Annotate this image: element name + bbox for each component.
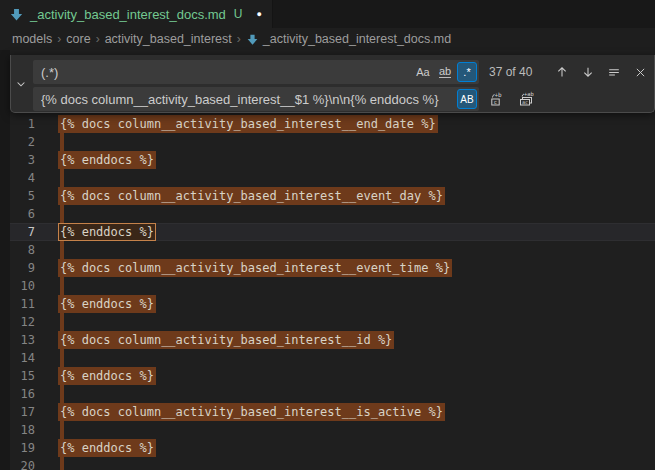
replace-input[interactable]: {% docs column__activity_based_interest_… [33, 87, 479, 111]
code-line-content[interactable] [60, 133, 64, 151]
line-number: 1 [10, 115, 35, 133]
modified-dot-icon[interactable]: ● [257, 10, 262, 19]
code-line-content[interactable]: {% docs column__activity_based_interest_… [60, 115, 436, 133]
code-line-3[interactable]: 3{% enddocs %} [10, 151, 655, 169]
tab-bar: _activity_based_interest_docs.md U ● [0, 0, 655, 28]
code-line-content[interactable]: {% enddocs %} [60, 367, 154, 385]
chevron-right-icon: › [236, 32, 242, 46]
code-line-18[interactable]: 18 [10, 421, 655, 439]
preserve-case-icon[interactable]: AB [457, 89, 477, 109]
chevron-down-icon [15, 78, 27, 90]
code-line-15[interactable]: 15{% enddocs %} [10, 367, 655, 385]
code-line-9[interactable]: 9{% docs column__activity_based_interest… [10, 259, 655, 277]
match-case-icon[interactable]: Aa [413, 62, 433, 82]
replace-all-button[interactable]: +ab ac [515, 88, 537, 110]
code-line-17[interactable]: 17{% docs column__activity_based_interes… [10, 403, 655, 421]
code-line-content[interactable]: {% docs column__activity_based_interest_… [60, 187, 443, 205]
close-find-widget-button[interactable] [629, 61, 651, 83]
line-number: 5 [10, 187, 35, 205]
code-line-content[interactable] [60, 241, 64, 259]
find-in-selection-button[interactable] [603, 61, 625, 83]
results-count: 37 of 40 [489, 65, 547, 79]
editor-content[interactable]: 1{% docs column__activity_based_interest… [10, 115, 655, 470]
replace-button[interactable]: +b c [487, 88, 509, 110]
breadcrumb-item-file[interactable]: _activity_based_interest_docs.md [246, 32, 451, 46]
find-in-selection-icon [607, 65, 621, 79]
code-line-6[interactable]: 6 [10, 205, 655, 223]
whole-word-icon[interactable]: ab [435, 62, 455, 82]
code-line-content[interactable] [60, 169, 64, 187]
breadcrumb-item-core[interactable]: core [66, 32, 90, 46]
line-number: 7 [10, 223, 35, 241]
code-line-2[interactable]: 2 [10, 133, 655, 151]
regex-icon[interactable]: .* [457, 62, 477, 82]
code-line-10[interactable]: 10 [10, 277, 655, 295]
code-line-content[interactable] [60, 457, 64, 470]
tab-filename: _activity_based_interest_docs.md [30, 7, 226, 22]
code-line-content[interactable] [60, 277, 64, 295]
replace-all-icon: +ab ac [518, 91, 534, 107]
code-line-13[interactable]: 13{% docs column__activity_based_interes… [10, 331, 655, 349]
breadcrumb: models›core›activity_based_interest›_act… [0, 28, 655, 50]
svg-text:ac: ac [522, 99, 528, 105]
previous-match-button[interactable] [551, 61, 573, 83]
breadcrumb-item-activity_based_interest[interactable]: activity_based_interest [105, 32, 232, 46]
code-line-12[interactable]: 12 [10, 313, 655, 331]
markdown-file-icon [246, 33, 259, 46]
svg-text:+b: +b [495, 91, 503, 98]
line-number: 19 [10, 439, 35, 457]
find-match-highlight-empty [60, 385, 64, 403]
find-match-highlight: {% docs column__activity_based_interest_… [58, 187, 445, 205]
close-icon [634, 66, 647, 79]
code-line-content[interactable] [60, 313, 64, 331]
line-number: 8 [10, 241, 35, 259]
find-match-highlight: {% docs column__activity_based_interest_… [58, 403, 445, 421]
line-number: 20 [10, 457, 35, 470]
code-line-14[interactable]: 14 [10, 349, 655, 367]
code-line-content[interactable]: {% enddocs %} [60, 151, 154, 169]
find-input[interactable]: (.*) Aa ab .* [33, 60, 479, 84]
line-number: 9 [10, 259, 35, 277]
code-line-7[interactable]: 7{% enddocs %} [10, 223, 655, 241]
code-line-4[interactable]: 4 [10, 169, 655, 187]
code-line-20[interactable]: 20 [10, 457, 655, 470]
find-match-highlight-empty [60, 421, 64, 439]
replace-input-value: {% docs column__activity_based_interest_… [41, 92, 455, 107]
code-line-content[interactable]: {% enddocs %} [60, 223, 154, 241]
line-number: 16 [10, 385, 35, 403]
breadcrumb-file-label: _activity_based_interest_docs.md [263, 32, 451, 46]
line-number: 13 [10, 331, 35, 349]
code-line-16[interactable]: 16 [10, 385, 655, 403]
find-match-highlight: {% docs column__activity_based_interest_… [58, 331, 394, 349]
code-line-content[interactable]: {% docs column__activity_based_interest_… [60, 259, 450, 277]
tab-active-file[interactable]: _activity_based_interest_docs.md U ● [0, 0, 273, 28]
find-match-highlight: {% enddocs %} [58, 367, 156, 385]
line-number: 4 [10, 169, 35, 187]
find-match-highlight-empty [60, 349, 64, 367]
line-number: 14 [10, 349, 35, 367]
breadcrumb-item-models[interactable]: models [12, 32, 52, 46]
code-line-content[interactable]: {% docs column__activity_based_interest_… [60, 331, 392, 349]
line-number: 12 [10, 313, 35, 331]
code-line-content[interactable] [60, 205, 64, 223]
code-line-content[interactable]: {% docs column__activity_based_interest_… [60, 403, 443, 421]
code-line-content[interactable]: {% enddocs %} [60, 439, 154, 457]
code-line-11[interactable]: 11{% enddocs %} [10, 295, 655, 313]
markdown-file-icon [9, 7, 24, 22]
code-line-19[interactable]: 19{% enddocs %} [10, 439, 655, 457]
code-line-5[interactable]: 5{% docs column__activity_based_interest… [10, 187, 655, 205]
svg-text:c: c [494, 99, 497, 105]
code-line-1[interactable]: 1{% docs column__activity_based_interest… [10, 115, 655, 133]
code-line-content[interactable] [60, 385, 64, 403]
find-match-highlight-empty [60, 277, 64, 295]
code-line-8[interactable]: 8 [10, 241, 655, 259]
find-match-highlight-empty [60, 205, 64, 223]
editor[interactable]: 1{% docs column__activity_based_interest… [0, 50, 655, 470]
find-input-value: (.*) [41, 65, 411, 80]
code-line-content[interactable] [60, 421, 64, 439]
code-line-content[interactable]: {% enddocs %} [60, 295, 154, 313]
line-number: 15 [10, 367, 35, 385]
next-match-button[interactable] [577, 61, 599, 83]
toggle-replace-button[interactable] [11, 55, 31, 112]
code-line-content[interactable] [60, 349, 64, 367]
